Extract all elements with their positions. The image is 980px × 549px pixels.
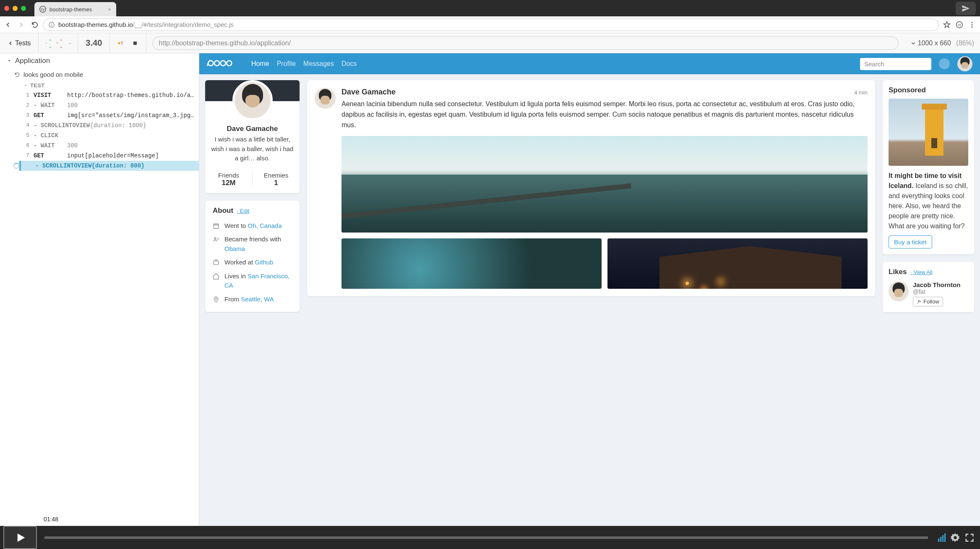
test-title-row[interactable]: looks good on mobile	[0, 68, 199, 81]
send-extension-icon[interactable]	[956, 2, 976, 15]
svg-rect-10	[133, 42, 137, 45]
feed-post: Dave Gamache 4 min Aenean lacinia bibend…	[307, 80, 875, 296]
feed-image-hero[interactable]	[341, 136, 868, 233]
like-avatar[interactable]	[889, 281, 909, 301]
maximize-window-icon[interactable]	[21, 6, 26, 11]
forward-icon[interactable]	[18, 21, 25, 29]
command-log[interactable]: Application looks good on mobile TEST 1V…	[0, 53, 199, 526]
command-row[interactable]: 2- WAIT100	[0, 100, 199, 110]
svg-point-5	[972, 22, 973, 23]
viewport-display[interactable]: 1000 x 660 (86%)	[904, 39, 980, 47]
suite-header[interactable]: Application	[0, 53, 199, 68]
info-icon[interactable]	[48, 21, 55, 28]
feed-timestamp: 4 min	[854, 89, 868, 96]
svg-point-9	[118, 42, 120, 44]
feed-column: Dave Gamache 4 min Aenean lacinia bibend…	[307, 80, 875, 520]
svg-point-16	[214, 238, 216, 239]
command-row[interactable]: 4- SCROLLINTOVIEW{duration: 1000}	[0, 120, 199, 131]
app-body: Dave Gamache I wish i was a little bit t…	[199, 74, 980, 526]
failed-count: --	[56, 36, 62, 50]
likes-viewall-link[interactable]: · View All	[910, 269, 933, 275]
cypress-toolbar: Tests -- -- - 3.40 http://bootstrap-them…	[0, 33, 980, 53]
sponsored-cta-button[interactable]: Buy a ticket	[889, 235, 932, 248]
back-icon[interactable]	[4, 21, 12, 29]
minimize-window-icon[interactable]	[13, 6, 18, 11]
star-icon[interactable]	[943, 21, 951, 29]
svg-rect-17	[214, 261, 219, 265]
about-link[interactable]: Obama	[224, 245, 245, 252]
tab-title: bootstrap-themes	[50, 6, 92, 13]
about-link[interactable]: Seattle, WA	[241, 295, 274, 303]
feed-images-row	[341, 238, 868, 289]
timer: 3.40	[78, 33, 110, 53]
profile-avatar[interactable]	[232, 80, 273, 120]
command-row[interactable]: 3GETimg[src="assets/img/instagram_3.jpg…	[0, 110, 199, 120]
svg-point-18	[216, 298, 217, 299]
right-column: Sponsored It might be time to visit Icel…	[883, 80, 974, 520]
close-window-icon[interactable]	[4, 6, 9, 11]
nav-profile[interactable]: Profile	[277, 60, 296, 68]
feed-image-cave[interactable]	[341, 238, 602, 289]
about-item: Lives in San Francisco, CA	[213, 269, 292, 293]
browser-titlebar: cy bootstrap-themes ×	[0, 0, 980, 16]
main-content: Application looks good on mobile TEST 1V…	[0, 53, 980, 526]
briefcase-icon	[213, 259, 219, 266]
notification-icon[interactable]	[939, 58, 950, 69]
stat-friends[interactable]: Friends 12M	[205, 172, 253, 187]
feed-header: Dave Gamache 4 min Aenean lacinia bibend…	[315, 88, 868, 289]
about-item: Became friends with Obama	[213, 233, 292, 256]
feed-image-night[interactable]	[607, 238, 868, 289]
user-avatar[interactable]	[957, 56, 972, 71]
svg-point-12	[214, 61, 219, 66]
about-edit-link[interactable]: · Edit	[237, 208, 250, 214]
search-input[interactable]: Search	[860, 58, 931, 70]
command-row[interactable]: 7GETinput[placeholder=Message]	[0, 151, 199, 161]
pending-count: -	[67, 39, 71, 47]
tests-menu-button[interactable]: Tests	[0, 33, 39, 53]
svg-point-14	[227, 61, 232, 66]
sponsored-image[interactable]	[889, 99, 968, 166]
close-tab-icon[interactable]: ×	[108, 6, 111, 13]
app-preview: Home Profile Messages Docs Search Dave G…	[199, 53, 980, 526]
nav-messages[interactable]: Messages	[303, 60, 334, 68]
browser-tab[interactable]: cy bootstrap-themes ×	[34, 2, 116, 16]
stop-button[interactable]	[132, 40, 138, 47]
caret-down-icon	[23, 84, 28, 88]
cypress-favicon-icon: cy	[39, 6, 46, 13]
like-name: Jacob Thornton	[913, 281, 968, 288]
nav-home[interactable]: Home	[251, 60, 269, 68]
svg-text:cy: cy	[41, 7, 45, 11]
about-card: About · Edit Went to Oh, Canada Became f…	[205, 201, 300, 312]
about-link[interactable]: Github	[255, 259, 273, 266]
logo-icon	[207, 58, 240, 68]
profile-card: Dave Gamache I wish i was a little bit t…	[205, 80, 300, 193]
running-indicator-icon	[117, 40, 124, 47]
run-controls	[110, 33, 146, 53]
stat-enemies[interactable]: Enemies 1	[253, 172, 300, 187]
command-row[interactable]: 6- WAIT300	[0, 141, 199, 151]
svg-rect-15	[214, 224, 219, 228]
run-stats: -- -- -	[39, 33, 78, 53]
aut-url[interactable]: http://bootstrap-themes.github.io/applic…	[152, 37, 898, 50]
users-icon	[213, 236, 219, 243]
nav-docs[interactable]: Docs	[341, 60, 357, 68]
app-logo[interactable]	[207, 58, 240, 70]
window-controls	[4, 6, 26, 11]
command-row[interactable]: 5- CLICK	[0, 131, 199, 141]
menu-icon[interactable]	[968, 21, 976, 29]
timestamp-tooltip: 01:48	[40, 515, 62, 523]
feed-avatar[interactable]	[315, 88, 336, 109]
reload-icon[interactable]	[31, 21, 39, 29]
url-field[interactable]: bootstrap-themes.github.io/__/#/tests/in…	[43, 18, 939, 31]
cypress-ext-icon[interactable]: cy	[956, 21, 963, 29]
follow-button[interactable]: Follow	[913, 297, 943, 306]
chevron-down-icon	[910, 40, 916, 46]
sponsored-text: It might be time to visit Iceland. Icela…	[889, 171, 968, 231]
about-header: About · Edit	[213, 207, 292, 215]
command-row[interactable]: 1VISIThttp://bootstrap-themes.github.io/…	[0, 90, 199, 100]
command-row-highlight[interactable]: - SCROLLINTOVIEW {duration: 800}	[19, 161, 199, 171]
chevron-left-icon	[8, 40, 13, 46]
profile-name: Dave Gamache	[205, 125, 300, 133]
about-link[interactable]: Oh, Canada	[248, 222, 282, 229]
nav-buttons	[4, 21, 39, 29]
